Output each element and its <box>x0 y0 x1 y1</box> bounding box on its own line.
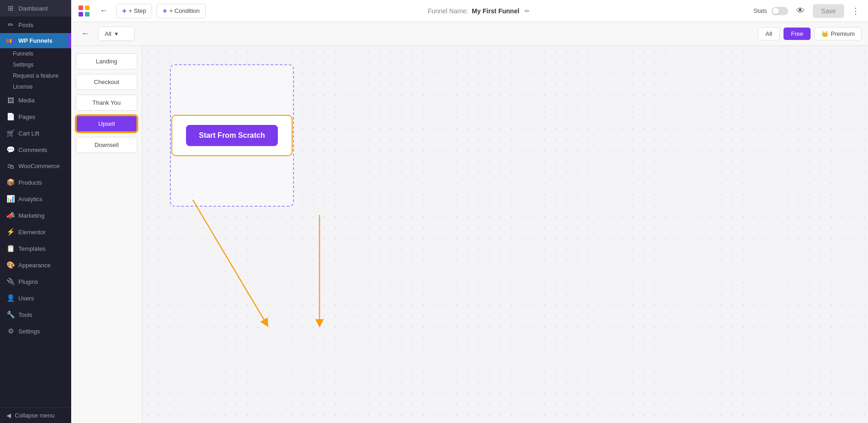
topbar: ← + + Step + + Condition Funnel Name: My… <box>71 0 868 22</box>
sidebar-item-comments[interactable]: 💬 Comments <box>0 141 71 158</box>
comments-icon: 💬 <box>6 146 15 154</box>
cart-lift-icon: 🛒 <box>6 129 15 137</box>
sub-header: ← All ▾ All Free 👑 Premium <box>71 22 868 46</box>
sidebar-item-posts[interactable]: ✏ Posts <box>0 17 71 33</box>
svg-rect-1 <box>85 6 90 10</box>
filter-right: All Free 👑 Premium <box>758 27 862 40</box>
chevron-down-icon: ▾ <box>115 30 118 37</box>
template-area: Start From Scratch <box>170 64 294 207</box>
plugins-icon: 🔌 <box>6 277 15 286</box>
svg-rect-3 <box>85 12 90 17</box>
svg-rect-0 <box>79 6 83 10</box>
collapse-icon: ◀ <box>6 412 11 419</box>
filter-dropdown[interactable]: All ▾ <box>98 27 135 41</box>
appearance-icon: 🎨 <box>6 261 15 269</box>
svg-rect-2 <box>79 12 83 17</box>
wp-funnels-icon <box>6 39 15 43</box>
filter-free-button[interactable]: Free <box>783 28 811 40</box>
sidebar-item-marketing[interactable]: 📣 Marketing <box>0 207 71 224</box>
products-icon: 📦 <box>6 178 15 186</box>
sidebar-sub-license[interactable]: License <box>0 81 71 92</box>
sidebar-item-settings[interactable]: ⚙ Settings <box>0 323 71 339</box>
sidebar-item-woocommerce[interactable]: 🛍 WooCommerce <box>0 158 71 174</box>
filter-premium-button[interactable]: 👑 Premium <box>814 27 862 40</box>
start-from-scratch-button[interactable]: Start From Scratch <box>186 125 278 146</box>
tools-icon: 🔧 <box>6 310 15 319</box>
woocommerce-icon: 🛍 <box>6 162 15 170</box>
sidebar-item-cart-lift[interactable]: 🛒 Cart Lift <box>0 125 71 141</box>
sidebar-item-wp-funnels[interactable]: WP Funnels <box>0 33 71 48</box>
media-icon: 🖼 <box>6 96 15 104</box>
step-item-landing[interactable]: Landing <box>76 53 137 69</box>
canvas: Start From Scratch <box>142 46 868 423</box>
templates-icon: 📋 <box>6 244 15 253</box>
sidebar: ⊞ Dashboard ✏ Posts WP Funnels Funnels S… <box>0 0 71 423</box>
topbar-right: Stats 👁 Save ⋮ <box>753 4 862 18</box>
sidebar-item-dashboard[interactable]: ⊞ Dashboard <box>0 0 71 17</box>
preview-button[interactable]: 👁 <box>793 4 808 17</box>
pages-icon: 📄 <box>6 113 15 121</box>
filter-all-button[interactable]: All <box>758 27 780 40</box>
sidebar-item-pages[interactable]: 📄 Pages <box>0 108 71 125</box>
step-item-thank-you[interactable]: Thank You <box>76 95 137 111</box>
condition-button[interactable]: + + Condition <box>157 4 205 18</box>
edit-funnel-name-button[interactable]: ✏ <box>523 6 531 16</box>
collapse-menu-button[interactable]: ◀ Collapse menu <box>0 407 71 423</box>
sidebar-sub-settings[interactable]: Settings <box>0 59 71 70</box>
more-options-button[interactable]: ⋮ <box>849 4 862 18</box>
condition-plus-icon: + <box>163 7 167 15</box>
sidebar-item-users[interactable]: 👤 Users <box>0 290 71 306</box>
step-item-checkout[interactable]: Checkout <box>76 74 137 90</box>
content-area: Landing Checkout Thank You Upsell Downse… <box>71 46 868 423</box>
sidebar-item-analytics[interactable]: 📊 Analytics <box>0 191 71 207</box>
stats-toggle[interactable] <box>772 7 788 15</box>
sidebar-sub-funnels[interactable]: Funnels <box>0 48 71 59</box>
sidebar-item-tools[interactable]: 🔧 Tools <box>0 306 71 323</box>
topbar-logo <box>77 4 91 18</box>
step-panel: Landing Checkout Thank You Upsell Downse… <box>71 46 142 423</box>
sidebar-sub-request[interactable]: Request a feature <box>0 70 71 81</box>
sidebar-item-elementor[interactable]: ⚡ Elementor <box>0 224 71 240</box>
marketing-icon: 📣 <box>6 211 15 220</box>
step-plus-icon: + <box>122 7 126 15</box>
sidebar-item-appearance[interactable]: 🎨 Appearance <box>0 257 71 273</box>
dashboard-icon: ⊞ <box>6 4 15 12</box>
step-item-upsell[interactable]: Upsell <box>76 115 137 132</box>
sub-header-back-button[interactable]: ← <box>78 27 93 40</box>
elementor-icon: ⚡ <box>6 228 15 236</box>
main-area: ← + + Step + + Condition Funnel Name: My… <box>71 0 868 423</box>
users-icon: 👤 <box>6 294 15 302</box>
topbar-back-button[interactable]: ← <box>96 4 112 17</box>
sidebar-item-media[interactable]: 🖼 Media <box>0 92 71 108</box>
sidebar-item-templates[interactable]: 📋 Templates <box>0 240 71 257</box>
active-indicator <box>68 33 71 48</box>
settings-icon: ⚙ <box>6 327 15 335</box>
start-from-scratch-card: Start From Scratch <box>171 115 293 156</box>
save-button[interactable]: Save <box>813 4 844 18</box>
analytics-icon: 📊 <box>6 195 15 203</box>
sidebar-item-plugins[interactable]: 🔌 Plugins <box>0 273 71 290</box>
svg-line-4 <box>193 200 266 323</box>
posts-icon: ✏ <box>6 21 15 29</box>
crown-icon: 👑 <box>821 30 829 37</box>
funnel-name-section: Funnel Name: My First Funnel ✏ <box>210 6 749 16</box>
step-item-downsell[interactable]: Downsell <box>76 137 137 153</box>
step-button[interactable]: + + Step <box>116 4 152 18</box>
sidebar-item-products[interactable]: 📦 Products <box>0 174 71 191</box>
